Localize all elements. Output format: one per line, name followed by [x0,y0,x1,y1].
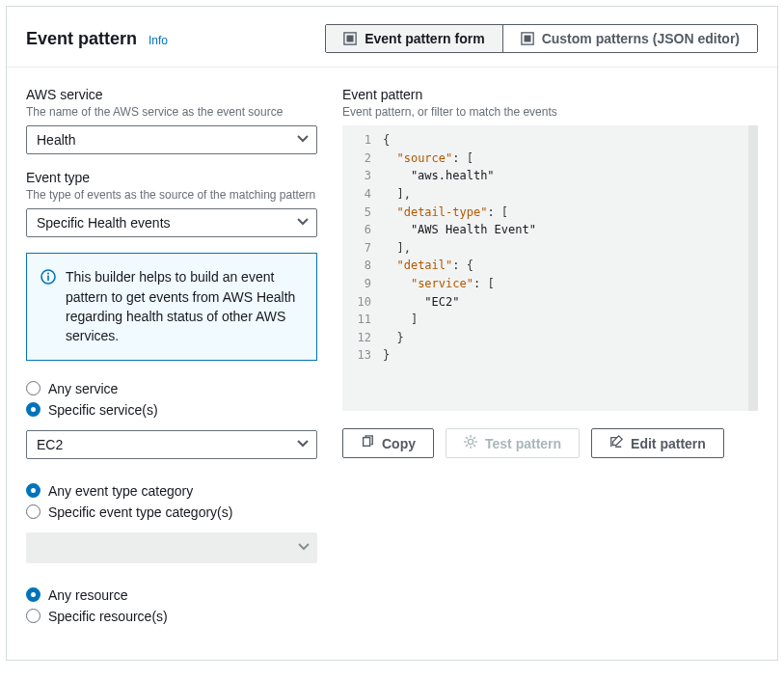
test-label: Test pattern [485,436,561,451]
code-hint: Event pattern, or filter to match the ev… [342,104,758,120]
event-pattern-panel: Event pattern Info Event pattern form Cu… [6,6,778,661]
radio-icon-selected [26,483,41,498]
gear-icon [464,435,477,451]
radio-any-resource-label: Any resource [48,587,127,603]
radio-any-service[interactable]: Any service [26,378,317,399]
aws-service-value: Health [37,132,75,148]
code-label: Event pattern [342,87,758,102]
radio-specific-category-label: Specific event type category(s) [48,504,232,520]
action-row: Copy Test pattern Edit pattern [342,428,758,458]
code-header: Event pattern Event pattern, or filter t… [342,87,758,120]
resource-radio-group: Any resource Specific resource(s) [26,585,317,627]
svg-line-14 [473,445,475,447]
tab-custom-label: Custom patterns (JSON editor) [542,31,740,46]
radio-icon-selected [26,587,41,602]
chevron-down-icon [297,437,309,452]
event-type-value: Specific Health events [37,215,171,231]
code-preview: 1{2 "source": [3 "aws.health"4 ],5 "deta… [342,125,758,411]
radio-icon [26,504,41,519]
svg-line-13 [466,437,468,439]
event-type-hint: The type of events as the source of the … [26,187,317,203]
svg-line-15 [466,445,468,447]
scrollbar[interactable] [748,125,758,411]
radio-icon [26,381,41,395]
form-icon [343,32,357,45]
info-callout: This builder helps to build an event pat… [26,253,317,360]
info-icon [41,269,56,345]
svg-line-16 [473,437,475,439]
radio-any-resource[interactable]: Any resource [26,585,317,606]
form-column: AWS service The name of the AWS service … [26,87,317,637]
event-type-select[interactable]: Specific Health events [26,208,317,237]
aws-service-hint: The name of the AWS service as the event… [26,104,317,120]
aws-service-label: AWS service [26,87,317,102]
field-aws-service: AWS service The name of the AWS service … [26,87,317,154]
copy-button[interactable]: Copy [342,428,434,458]
tab-event-pattern-form[interactable]: Event pattern form [326,25,501,52]
radio-specific-service[interactable]: Specific service(s) [26,399,317,421]
radio-any-category[interactable]: Any event type category [26,480,317,502]
aws-service-select[interactable]: Health [26,125,317,154]
event-type-label: Event type [26,170,317,185]
radio-icon-selected [26,402,41,417]
tab-form-label: Event pattern form [365,31,484,46]
json-icon [521,32,534,45]
svg-point-8 [468,440,473,445]
category-radio-group: Any event type category Specific event t… [26,480,317,523]
radio-specific-resource[interactable]: Specific resource(s) [26,606,317,627]
radio-any-category-label: Any event type category [48,483,193,499]
service-scope-radio-group: Any service Specific service(s) [26,378,317,421]
category-select-disabled [26,532,317,563]
edit-icon [609,435,623,451]
page-title: Event pattern [26,29,137,48]
pattern-mode-toggle: Event pattern form Custom patterns (JSON… [325,24,758,53]
field-event-type: Event type The type of events as the sou… [26,170,317,237]
title-wrap: Event pattern Info [26,29,168,49]
info-link[interactable]: Info [149,34,168,47]
radio-specific-service-label: Specific service(s) [48,402,158,418]
chevron-down-icon [297,132,309,148]
radio-specific-resource-label: Specific resource(s) [48,609,168,624]
copy-label: Copy [382,436,416,451]
svg-rect-1 [347,36,354,42]
test-pattern-button[interactable]: Test pattern [446,428,580,458]
radio-specific-category[interactable]: Specific event type category(s) [26,502,317,523]
specific-service-value: EC2 [37,437,63,452]
panel-body: AWS service The name of the AWS service … [7,68,777,660]
pattern-preview-column: Event pattern Event pattern, or filter t… [342,87,758,637]
code-content: 1{2 "source": [3 "aws.health"4 ],5 "deta… [342,125,758,370]
svg-point-5 [47,273,49,275]
specific-service-select[interactable]: EC2 [26,430,317,459]
edit-label: Edit pattern [631,436,706,451]
panel-header: Event pattern Info Event pattern form Cu… [7,7,777,68]
tab-custom-patterns[interactable]: Custom patterns (JSON editor) [502,25,757,52]
copy-icon [361,435,374,451]
chevron-down-icon [298,540,310,556]
radio-icon [26,609,41,623]
svg-rect-3 [524,36,530,42]
edit-pattern-button[interactable]: Edit pattern [591,428,724,458]
svg-rect-6 [47,276,49,282]
svg-rect-7 [364,438,370,447]
chevron-down-icon [297,215,309,231]
info-text: This builder helps to build an event pat… [66,267,303,345]
radio-any-service-label: Any service [48,381,118,396]
